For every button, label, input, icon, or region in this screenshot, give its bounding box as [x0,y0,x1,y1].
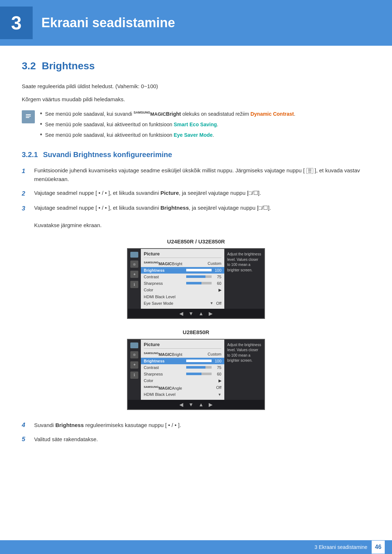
nav-left-2: ◀ [179,402,183,407]
sidebar-icon-2-1 [130,342,138,348]
menu-row-sharpness-2: Sharpness 60 [144,371,221,377]
nav-left-1: ◀ [179,311,183,316]
magic-row-2: SAMSUNGMAGICBright Custom [144,350,221,358]
sidebar-icon-2: ⊕ [130,260,138,268]
menu-row-color-1: Color ▶ [144,287,221,294]
page-footer: 3 Ekraani seadistamine 46 [0,540,392,554]
step-3: 3 Vajutage seadmel nuppe [ • / • ], et l… [22,204,370,230]
subsection-heading: 3.2.1 Suvandi Brightness konfigureerimin… [22,151,370,159]
menu-title-2: Picture [144,342,221,349]
menu-row-hdmi-1: HDMI Black Level [144,294,221,300]
content-area: 3.2 Brightness Saate reguleerida pildi ü… [0,60,392,470]
section-title: Brightness [42,60,95,72]
monitor-1: ⊕ ✦ ℹ Picture SAMSUNGMAGICBright Custo [22,248,370,319]
screen-label-2: U28E850R [22,329,370,335]
menu-row-contrast-1: Contrast 75 [144,274,221,280]
sidebar-icon-2-4: ℹ [130,372,138,379]
section-number: 3.2 [22,60,36,72]
menu-row-magicangle-2: SAMSUNGMAGICAngle Off [144,384,221,391]
svg-rect-0 [26,114,31,115]
steps-list: 1 Funktsioonide juhendi kuvamiseks vajut… [22,166,370,230]
nav-right-2: ▶ [209,402,213,407]
section-heading: 3.2 Brightness [22,60,370,72]
sidebar-icon-3: ✦ [130,271,138,278]
note-line-1: • See menüü pole saadaval, kui suvandi S… [40,110,295,118]
hint-2: Adjust the brightness level. Values clos… [224,340,264,400]
note-line-2: • See menüü pole saadaval, kui aktiveeri… [40,121,295,128]
svg-rect-2 [26,117,29,118]
menu-row-eyesaver-1: Eye Saver Mode ▼ Off [144,300,221,307]
chapter-number: 3 [0,7,33,39]
step-1: 1 Funktsioonide juhendi kuvamiseks vajut… [22,166,370,184]
nav-bar-1: ◀ ▼ ▲ ▶ [128,309,264,318]
footer-page: 46 [372,541,385,554]
nav-right-1: ▶ [209,311,213,316]
menu-row-color-2: Color ▶ [144,377,221,384]
nav-down-2: ▼ [188,402,193,407]
subsection-title: Suvandi Brightness konfigureerimine [43,151,172,159]
menu-row-contrast-2: Contrast 75 [144,364,221,371]
menu-row-sharpness-1: Sharpness 60 [144,280,221,287]
nav-up-1: ▲ [199,311,204,316]
chapter-title: Ekraani seadistamine [41,15,175,30]
sidebar-icon-1 [130,252,138,258]
nav-up-2: ▲ [199,402,204,407]
magic-row-1: SAMSUNGMAGICBright Custom [144,260,221,267]
step-2: 2 Vajutage seadmel nuppe [ • / • ], et l… [22,189,370,198]
svg-rect-1 [26,116,31,116]
intro-line-2: Kõrgem väärtus muudab pildi heledamaks. [22,95,370,104]
footer-text: 3 Ekraani seadistamine [314,544,367,550]
nav-down-1: ▼ [188,311,193,316]
note-line-3: • See menüü pole saadaval, kui aktiveeri… [40,131,295,139]
note-icon [22,110,35,123]
menu-title-1: Picture [144,251,221,258]
step-5: 5 Valitud säte rakendatakse. [22,434,370,445]
note-box: • See menüü pole saadaval, kui suvandi S… [22,110,370,139]
sidebar-icon-2-3: ✦ [130,361,138,369]
monitor-2: ⊕ ✦ ℹ Picture SAMSUNGMAGICBright Custo [22,339,370,410]
menu-row-brightness-1: Brightness 100 [141,267,224,274]
menu-row-hdmi-2: HDMI Black Level ▼ [144,391,221,398]
sidebar-icon-2-2: ⊕ [130,351,138,358]
hint-1: Adjust the brightness level. Values clos… [224,249,264,309]
step-4: 4 Suvandi Brightness reguleerimiseks kas… [22,420,370,431]
screen-label-1: U24E850R / U32E850R [22,238,370,245]
page-header: 3 Ekraani seadistamine [0,0,392,46]
sidebar-icon-4: ℹ [130,281,138,288]
intro-line-1: Saate reguleerida pildi üldist heledust.… [22,82,370,91]
subsection-number: 3.2.1 [22,151,38,159]
note-lines: • See menüü pole saadaval, kui suvandi S… [40,110,295,139]
nav-bar-2: ◀ ▼ ▲ ▶ [128,400,264,409]
menu-row-brightness-2: Brightness 100 [141,358,224,364]
